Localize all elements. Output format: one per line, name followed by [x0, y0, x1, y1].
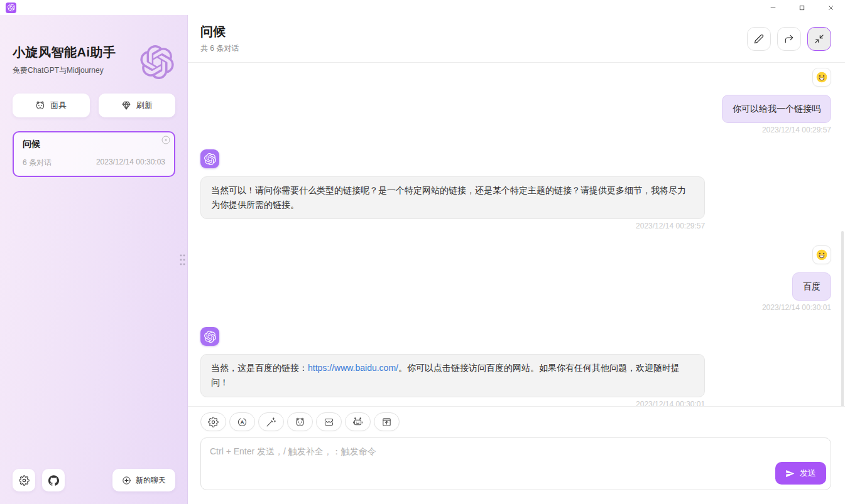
- robot-model-button[interactable]: [345, 412, 371, 431]
- sidebar-actions: 面具 刷新: [13, 94, 175, 117]
- message-list: 你可以给我一个链接吗 2023/12/14 00:29:57 当然可以！请问你需…: [188, 63, 845, 406]
- compress-window-button[interactable]: [807, 27, 831, 51]
- message-timestamp: 2023/12/14 00:30:01: [762, 303, 831, 312]
- robot-icon: [352, 417, 363, 427]
- chat-title: 问候: [200, 23, 239, 40]
- message-bot: 当然，这是百度的链接：https://www.baidu.com/。你可以点击链…: [200, 327, 831, 406]
- mask-icon: [35, 100, 45, 110]
- window-maximize-button[interactable]: [787, 0, 816, 15]
- sidebar-drag-handle[interactable]: [178, 250, 187, 269]
- theme-toggle-button[interactable]: [229, 412, 255, 431]
- user-avatar: [812, 68, 831, 87]
- window-close-button[interactable]: [816, 0, 845, 15]
- sidebar-footer: 新的聊天: [13, 469, 175, 491]
- refresh-button-label: 刷新: [136, 100, 153, 111]
- gear-icon: [208, 417, 219, 427]
- pencil-icon: [754, 34, 764, 44]
- composer: 发送: [188, 406, 845, 504]
- mask-icon: [295, 417, 305, 427]
- refresh-button[interactable]: 刷新: [99, 94, 176, 117]
- scrollbar-thumb[interactable]: [841, 231, 844, 406]
- diamond-icon: [121, 100, 131, 110]
- chat-subtitle: 共 6 条对话: [200, 43, 239, 54]
- chat-list-item[interactable]: 问候 6 条对话 2023/12/14 00:30:03: [13, 131, 175, 177]
- chat-item-title: 问候: [23, 139, 165, 150]
- compress-icon: [814, 34, 824, 44]
- mask-button[interactable]: 面具: [13, 94, 90, 117]
- model-settings-button[interactable]: [200, 412, 226, 431]
- message-user: 你可以给我一个链接吗 2023/12/14 00:29:57: [200, 68, 831, 134]
- plus-circle-icon: [122, 476, 131, 485]
- send-button[interactable]: 发送: [775, 462, 826, 485]
- share-button[interactable]: [777, 27, 801, 51]
- openai-logo-icon: [204, 331, 216, 343]
- openai-logo-icon: [204, 153, 216, 165]
- message-timestamp: 2023/12/14 00:29:57: [636, 222, 705, 230]
- smiley-icon: [815, 71, 828, 83]
- bot-avatar: [200, 149, 219, 168]
- user-avatar: [812, 245, 831, 264]
- upload-icon: [381, 417, 392, 427]
- message-timestamp: 2023/12/14 00:29:57: [762, 126, 831, 134]
- rename-chat-button[interactable]: [747, 27, 771, 51]
- message-user: 百度 2023/12/14 00:30:01: [200, 245, 831, 312]
- sidebar: 小旋风智能Ai助手 免费ChatGPT与Midjourney 面具 刷新: [0, 15, 188, 504]
- window-minimize-button[interactable]: [758, 0, 787, 15]
- chat-item-time: 2023/12/14 00:30:03: [96, 158, 165, 168]
- sidebar-header: 小旋风智能Ai助手 免费ChatGPT与Midjourney: [13, 44, 175, 76]
- chat-item-delete-icon[interactable]: [161, 135, 171, 145]
- chat-panel: 问候 共 6 条对话: [188, 15, 845, 504]
- message-timestamp: 2023/12/14 00:30:01: [636, 400, 705, 406]
- titlebar: [0, 0, 845, 15]
- smiley-icon: [815, 249, 828, 261]
- chat-list: 问候 6 条对话 2023/12/14 00:30:03: [13, 131, 175, 469]
- share-icon: [784, 34, 794, 44]
- composer-toolbar: [200, 412, 831, 437]
- message-bubble: 你可以给我一个链接吗: [722, 95, 831, 123]
- auto-theme-icon: [237, 417, 248, 427]
- message-input[interactable]: [200, 437, 831, 490]
- message-bubble: 当然可以！请问你需要什么类型的链接呢？是一个特定网站的链接，还是某个特定主题的链…: [200, 176, 705, 219]
- send-button-label: 发送: [800, 468, 816, 479]
- github-icon: [48, 475, 59, 486]
- send-icon: [785, 469, 795, 478]
- context-break-icon: [324, 417, 334, 427]
- new-chat-button-label: 新的聊天: [136, 475, 166, 486]
- bot-avatar: [200, 327, 219, 346]
- app-window: 小旋风智能Ai助手 免费ChatGPT与Midjourney 面具 刷新: [0, 0, 845, 504]
- gear-icon: [19, 475, 30, 486]
- magic-wand-icon: [266, 417, 276, 427]
- clear-context-button[interactable]: [316, 412, 342, 431]
- new-chat-button[interactable]: 新的聊天: [112, 469, 175, 491]
- mask-shortcut-button[interactable]: [287, 412, 313, 431]
- settings-button[interactable]: [13, 469, 35, 491]
- message-text: 当然，这是百度的链接：: [211, 363, 308, 373]
- message-bubble: 当然，这是百度的链接：https://www.baidu.com/。你可以点击链…: [200, 354, 705, 397]
- chat-item-count: 6 条对话: [23, 158, 52, 168]
- github-button[interactable]: [42, 469, 65, 491]
- baidu-link[interactable]: https://www.baidu.com/: [308, 363, 398, 373]
- message-bubble: 百度: [792, 272, 831, 301]
- prompt-shortcut-button[interactable]: [258, 412, 284, 431]
- message-bot: 当然可以！请问你需要什么类型的链接呢？是一个特定网站的链接，还是某个特定主题的链…: [200, 149, 831, 230]
- upload-button[interactable]: [374, 412, 400, 431]
- app-logo-icon: [6, 3, 16, 13]
- mask-button-label: 面具: [50, 100, 67, 111]
- openai-logo-icon: [140, 45, 174, 79]
- chat-header: 问候 共 6 条对话: [188, 15, 845, 63]
